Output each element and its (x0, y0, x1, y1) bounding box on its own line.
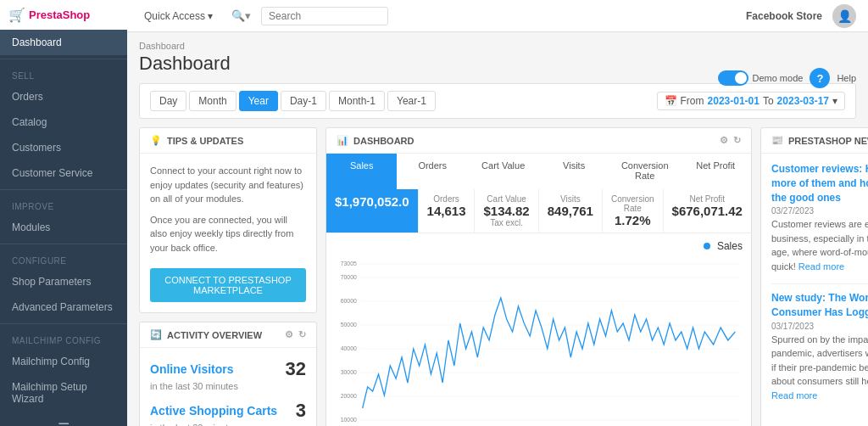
search-icon[interactable]: 🔍▾ (226, 7, 256, 25)
dashboard-grid: 💡 TIPS & UPDATES Connect to your account… (139, 127, 856, 426)
sidebar-item-advanced-parameters[interactable]: Advanced Parameters (0, 294, 127, 320)
sidebar-item-orders[interactable]: Orders (0, 84, 127, 109)
read-more-2[interactable]: Read more (771, 390, 817, 401)
activity-body: Online Visitors 32 in the last 30 minute… (140, 348, 316, 426)
topbar-left: Quick Access ▾ 🔍▾ (139, 7, 388, 25)
tips-panel: 💡 TIPS & UPDATES Connect to your account… (139, 127, 317, 313)
filter-month-1[interactable]: Month-1 (329, 91, 385, 111)
cart-label: Cart Value (483, 194, 529, 204)
date-from: 2023-01-01 (708, 95, 760, 107)
breadcrumb: Dashboard (139, 41, 856, 51)
cart-value-cell: Cart Value $134.82 Tax excl. (475, 189, 538, 233)
sidebar-item-customer-service[interactable]: Customer Service (0, 160, 127, 186)
tips-text1: Connect to your account right now to enj… (150, 164, 306, 206)
online-visitors-count: 32 (286, 358, 306, 380)
conversion-value-cell: Conversion Rate 1.72% (603, 189, 664, 233)
filter-day[interactable]: Day (150, 91, 186, 111)
news-title-1[interactable]: Customer reviews: How to get more of the… (771, 163, 868, 204)
tab-visits[interactable]: Visits (538, 154, 609, 189)
demo-mode-label: Demo mode (752, 73, 803, 83)
refresh-icon[interactable]: ↻ (733, 135, 741, 146)
svg-text:40000: 40000 (341, 344, 357, 352)
svg-text:10000: 10000 (341, 415, 357, 423)
demo-mode-toggle[interactable] (718, 70, 748, 86)
gear-icon[interactable]: ⚙ (720, 135, 728, 146)
date-range-selector[interactable]: 📅 From 2023-01-01 To 2023-03-17 ▾ (657, 92, 845, 110)
main-area: Quick Access ▾ 🔍▾ Facebook Store 👤 Demo … (127, 0, 868, 426)
activity-header: 🔄 ACTIVITY OVERVIEW ⚙ ↻ (140, 322, 316, 348)
cart-tax: Tax excl. (483, 218, 529, 227)
section-sell: SELL (0, 63, 127, 84)
tab-sales[interactable]: Sales (326, 154, 397, 189)
sidebar-item-modules[interactable]: Modules (0, 215, 127, 240)
sidebar-item-shop-parameters[interactable]: Shop Parameters (0, 269, 127, 294)
tab-conversion-rate[interactable]: Conversion Rate (609, 154, 681, 189)
filter-day-1[interactable]: Day-1 (281, 91, 326, 111)
tab-cart-value[interactable]: Cart Value (468, 154, 538, 189)
stats-values-row: $1,970,052.0 Orders 14,613 Cart Value $1… (326, 189, 751, 233)
tab-net-profit[interactable]: Net Profit (681, 154, 751, 189)
news-body: Customer reviews: How to get more of the… (761, 154, 868, 421)
filter-year-1[interactable]: Year-1 (387, 91, 436, 111)
topbar: Quick Access ▾ 🔍▾ Facebook Store 👤 (127, 0, 868, 32)
section-configure: CONFIGURE (0, 248, 127, 269)
tips-header-label: TIPS & UPDATES (167, 136, 243, 146)
search-input[interactable] (261, 7, 388, 25)
connect-button[interactable]: CONNECT TO PRESTASHOP MARKETPLACE (150, 268, 306, 302)
filter-month[interactable]: Month (189, 91, 236, 111)
sidebar-hamburger[interactable]: ☰ (0, 412, 127, 426)
dashboard-header-label: DASHBOARD (353, 136, 415, 146)
read-more-1[interactable]: Read more (798, 261, 844, 272)
avatar: 👤 (832, 4, 856, 28)
section-mailchimp: MAILCHIMP CONFIG (0, 328, 127, 349)
visits-label: Visits (548, 194, 593, 204)
sidebar-item-dashboard[interactable]: Dashboard (0, 30, 127, 55)
chart-legend: Sales (335, 240, 743, 252)
date-to-label: To (763, 95, 774, 107)
online-visitors-row: Online Visitors 32 (150, 358, 306, 380)
calendar-icon: 📅 (665, 95, 677, 107)
news-text-2: Spurred on by the impact of the pandemic… (771, 333, 868, 403)
active-carts-sub: in the last 30 minutes (150, 423, 306, 426)
news-panel: 📰 PRESTASHOP NEWS Customer reviews: How … (760, 127, 868, 426)
news-icon: 📰 (771, 135, 783, 146)
sidebar-item-customers[interactable]: Customers (0, 135, 127, 160)
filter-year[interactable]: Year (239, 91, 278, 111)
logo-text: PrestaShop (29, 8, 90, 21)
news-date-1: 03/27/2023 (771, 206, 868, 216)
sidebar-item-mailchimp-config[interactable]: Mailchimp Config (0, 349, 127, 374)
search-area: 🔍▾ (226, 7, 388, 25)
news-title-2[interactable]: New study: The Workday Consumer Has Logg… (771, 292, 868, 318)
gear-icon[interactable]: ⚙ (285, 329, 293, 340)
online-visitors-metric: Online Visitors 32 in the last 30 minute… (150, 358, 306, 391)
sidebar-item-catalog[interactable]: Catalog (0, 109, 127, 135)
activity-panel: 🔄 ACTIVITY OVERVIEW ⚙ ↻ Online Visitors … (139, 322, 317, 426)
help-button[interactable]: ? (810, 68, 830, 88)
visits-value: 849,761 (548, 204, 593, 218)
profit-value: $676,071.42 (672, 204, 743, 218)
time-filter-bar: Day Month Year Day-1 Month-1 Year-1 📅 Fr… (139, 83, 856, 119)
chart-icon: 📊 (337, 135, 348, 146)
orders-label: Orders (427, 194, 466, 204)
chevron-down-icon: ▾ (832, 95, 837, 107)
refresh-icon[interactable]: ↻ (298, 329, 306, 340)
cart-value: $134.82 (483, 204, 529, 218)
active-carts-title: Active Shopping Carts (150, 404, 277, 418)
dashboard-stats-panel: 📊 DASHBOARD ⚙ ↻ Sales Orders Cart Value … (326, 127, 752, 426)
content-area: Demo mode ? Help Dashboard Dashboard Day… (127, 32, 868, 426)
tab-orders[interactable]: Orders (397, 154, 467, 189)
sidebar-item-mailchimp-setup[interactable]: Mailchimp Setup Wizard (0, 374, 127, 412)
dashboard-header-actions: ⚙ ↻ (720, 135, 741, 146)
tips-text2: Once you are connected, you will also en… (150, 213, 306, 255)
orders-value: 14,613 (427, 204, 466, 218)
sidebar: 🛒 PrestaShop Dashboard SELL Orders Catal… (0, 0, 127, 426)
legend-dot (704, 243, 710, 249)
date-from-label: From (681, 95, 704, 107)
chevron-down-icon: ▾ (208, 10, 213, 22)
activity-header-label: ACTIVITY OVERVIEW (167, 330, 262, 340)
sales-value-cell: $1,970,052.0 (326, 189, 419, 233)
svg-text:73005: 73005 (341, 259, 357, 267)
active-carts-count: 3 (296, 400, 306, 422)
quick-access-button[interactable]: Quick Access ▾ (139, 7, 218, 25)
tips-body: Connect to your account right now to enj… (140, 154, 316, 312)
